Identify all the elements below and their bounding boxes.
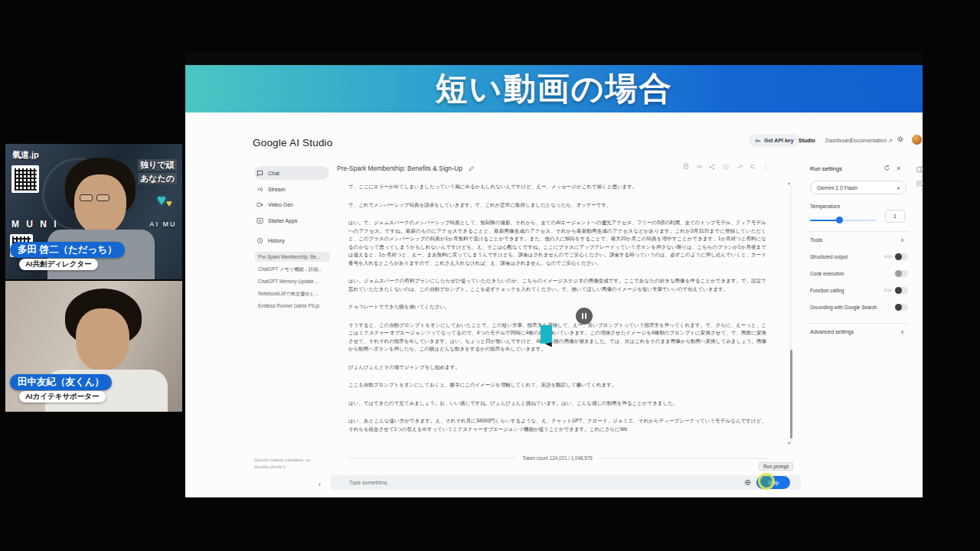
history-item[interactable]: NotebookLMで株主優待と... <box>258 291 318 298</box>
nav-documentation[interactable]: Documentation ↗ <box>851 138 893 144</box>
transcript-paragraph: で、これでメンバーシップ特典を請求をしていきます。で、これが正常に取得しましたと… <box>348 201 766 210</box>
code-icon[interactable]: <> <box>697 164 701 169</box>
tool-grounding: Grounding with Google Search <box>810 303 908 311</box>
history-icon <box>256 237 263 244</box>
cam1-caption-2: あなたの <box>138 173 177 184</box>
person-face <box>74 174 126 234</box>
sidebar-item-chat[interactable]: Chat <box>256 167 279 179</box>
transcript-paragraph: ぴょんぴょんとその場でジャンプをし始めます。 <box>348 364 766 372</box>
history-item[interactable]: ChatGPT Memory Update ... <box>258 279 319 284</box>
pause-button[interactable] <box>576 308 593 324</box>
transcript-paragraph: そうすると、この自動プロンプトをオンにしておいたことで、この短い文章、指示文を増… <box>348 321 766 354</box>
more-options-icon[interactable]: ⋮ <box>763 163 769 170</box>
divider <box>808 323 908 324</box>
history-item[interactable]: ChatGPT メモリ機能：詳細... <box>258 266 322 273</box>
qr-code <box>11 165 39 193</box>
nav-dashboard[interactable]: Dashboard <box>825 138 851 143</box>
apps-icon <box>256 217 263 224</box>
history-item[interactable]: Pre-Spark Membership: Be... <box>258 254 320 259</box>
chat-title: Pre-Spark Membership: Benefits & Sign-Up <box>337 165 462 172</box>
video-frame: 短い動画の場合 Google AI Studio Get API key Stu… <box>0 0 980 551</box>
brand-heart-icon: ♥ <box>157 191 166 209</box>
chat-toolbar: <> C ⋮ <box>683 163 769 170</box>
edit-pencil-icon[interactable] <box>469 165 475 171</box>
glasses <box>80 194 109 201</box>
edit-link[interactable]: Edit <box>884 288 892 292</box>
scroll-up-arrow[interactable]: ▴ <box>788 180 790 185</box>
model-name: Gemini 2.0 Flash <box>817 185 858 191</box>
sidebar-item-history[interactable]: History <box>256 234 285 246</box>
temperature-slider-thumb[interactable] <box>836 217 843 223</box>
chevron-down-icon: ▾ <box>897 185 900 191</box>
reset-settings-icon[interactable] <box>884 165 890 171</box>
tool-structured-output: Structured output Edit <box>810 253 908 260</box>
token-count-row: Token count 124,021 / 1,048,576 <box>348 455 766 461</box>
person-face <box>76 308 129 371</box>
transcript-paragraph: で、ここにエラーが出てしまいましたっていう風に出るかもしれないんですけど、えー、… <box>348 183 766 191</box>
transcript-paragraph: はい、あとこんな使い方ができます。え、それぞれ月に34000円くらいするような、… <box>348 417 766 433</box>
temperature-value[interactable]: 1 <box>885 210 905 223</box>
cam1-name-pill: 多田 啓二（ただっち） <box>10 242 125 258</box>
gemini-disclaimer: Gemini makes mistakes, so double-check i… <box>254 457 310 471</box>
cam2-name-pill: 田中友紀（友くん） <box>10 374 112 390</box>
save-icon[interactable] <box>683 163 689 170</box>
transcript-paragraph: はい。で、ジェムスパークのメンバーシップ特典として、無制限の撮影、それから、全て… <box>348 219 766 267</box>
slide-top-strip <box>185 52 923 65</box>
transcript-paragraph: チョコレートでできた猫を描いてください。 <box>348 303 766 311</box>
tool-function-calling: Function calling Edit <box>810 286 908 294</box>
temperature-slider-fill <box>810 220 839 221</box>
edit-link[interactable]: Edit <box>884 254 892 259</box>
token-count: Token count 124,021 / 1,048,576 <box>522 455 593 461</box>
scrollbar-thumb[interactable] <box>790 350 792 439</box>
model-selector[interactable]: Gemini 2.0 Flash ▾ <box>810 181 906 194</box>
cam1-role-pill: AI共創ディレクター <box>19 259 98 270</box>
divider <box>808 231 908 232</box>
get-api-key-button[interactable]: Get API key <box>749 134 800 147</box>
nav-studio[interactable]: Studio <box>799 138 815 143</box>
code-execution-toggle[interactable] <box>895 270 908 277</box>
google-ai-studio-window: Google AI Studio Get API key Studio Dash… <box>185 112 923 497</box>
tools-section-label: Tools <box>810 237 822 243</box>
slide-title-banner: 短い動画の場合 <box>185 65 923 112</box>
sidebar-collapse-icon[interactable]: ‹ <box>318 481 321 488</box>
sidebar-item-video-gen[interactable]: Video Gen <box>256 198 293 210</box>
run-settings-title: Run settings <box>810 165 842 172</box>
cam1-site-text: 氣道.jp <box>12 149 39 161</box>
cam1-logo-text: AI MU <box>149 220 177 228</box>
compare-icon[interactable] <box>737 164 743 170</box>
click-highlight-cursor <box>758 473 775 490</box>
sidebar-item-stream[interactable]: Stream <box>256 183 286 195</box>
chat-transcript: で、ここにエラーが出てしまいましたっていう風に出るかもしれないんですけど、えー、… <box>348 183 766 443</box>
close-panel-icon[interactable]: × <box>897 165 900 172</box>
sidebar-item-starter-apps[interactable]: Starter Apps <box>256 214 298 227</box>
panel-toggle-icon[interactable] <box>916 166 923 173</box>
cam1-muni-text: M U N I <box>11 219 59 230</box>
scroll-down-arrow[interactable]: ▾ <box>788 440 790 445</box>
chevron-up-icon[interactable]: ∧ <box>900 237 904 243</box>
webcam-feed-bottom: 田中友紀（友くん） AIカイテキサポーター <box>5 281 182 412</box>
grounding-toggle[interactable] <box>895 304 908 311</box>
run-settings-panel: Run settings × Gemini 2.0 Flash ▾ Temper… <box>805 161 911 495</box>
prompt-input[interactable] <box>349 475 640 490</box>
settings-gear-icon[interactable] <box>897 135 904 143</box>
history-item[interactable]: Endless Runner Game PS.js <box>258 303 319 308</box>
chat-icon <box>256 170 263 177</box>
chevron-down-icon[interactable]: ∨ <box>900 329 904 335</box>
tune-icon[interactable] <box>723 164 729 170</box>
video-icon <box>256 201 263 208</box>
share-icon[interactable] <box>709 164 715 170</box>
structured-output-toggle[interactable] <box>895 253 908 260</box>
function-calling-toggle[interactable] <box>895 287 908 294</box>
user-avatar[interactable] <box>912 135 922 145</box>
chat-title-row: Pre-Spark Membership: Benefits & Sign-Up <box>337 165 475 172</box>
tool-code-execution: Code execution <box>810 269 908 277</box>
advanced-settings-label: Advanced settings <box>810 329 854 334</box>
transcript-paragraph: はい。ジェムスパークの有料プランにしたらぜひ使っていただきたいのが、こちらのイメ… <box>348 277 766 293</box>
add-attachment-icon[interactable]: ⊕ <box>744 478 751 487</box>
feedback-icon[interactable] <box>916 180 923 187</box>
cam1-caption-1: 独りで頑 <box>138 159 177 171</box>
refresh-icon[interactable]: C <box>750 163 755 170</box>
cam2-role-pill: AIカイテキサポーター <box>19 391 106 403</box>
brand-heart-icon: ♥ <box>166 197 172 209</box>
slide-title: 短い動画の場合 <box>436 67 673 110</box>
